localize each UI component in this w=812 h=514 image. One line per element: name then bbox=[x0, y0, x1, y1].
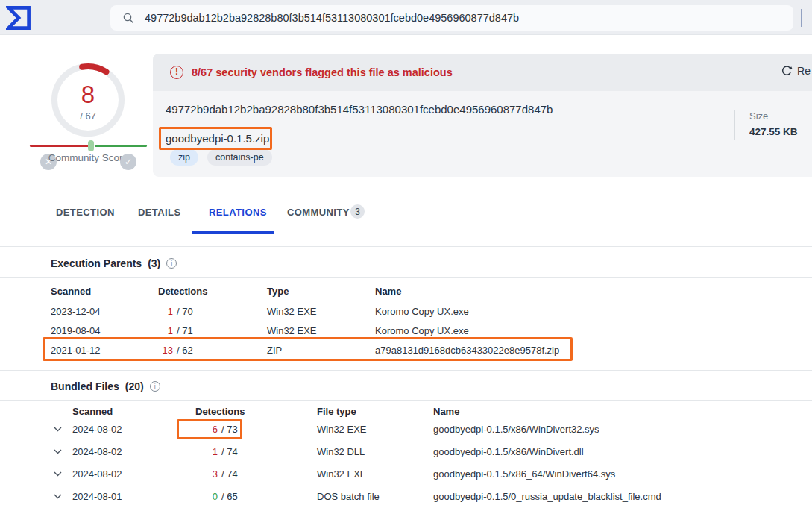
search-value[interactable]: 49772b9dab12b2ba92828b80f3b514f531130803… bbox=[145, 12, 519, 24]
top-bar: 49772b9dab12b2ba92828b80f3b514f531130803… bbox=[0, 0, 812, 35]
size-label: Size bbox=[749, 110, 768, 122]
file-name[interactable]: goodbyedpi-0.1.5.zip bbox=[166, 132, 269, 145]
cell-scanned: 2024-08-02 bbox=[72, 424, 195, 435]
col-name: Name bbox=[433, 406, 812, 417]
execution-parents-header: Execution Parents (3) i bbox=[51, 257, 177, 269]
divider bbox=[0, 246, 812, 247]
chevron-down-icon[interactable] bbox=[54, 449, 62, 454]
search-icon bbox=[122, 12, 134, 24]
score-total: / 67 bbox=[49, 110, 127, 122]
slider-positive-track bbox=[95, 145, 147, 147]
cell-scanned: 2024-08-02 bbox=[72, 446, 195, 457]
tab-details[interactable]: DETAILS bbox=[138, 207, 180, 218]
cell-type: Win32 EXE bbox=[267, 306, 375, 317]
chevron-down-icon[interactable] bbox=[54, 471, 62, 477]
tag-contains-pe[interactable]: contains-pe bbox=[207, 149, 272, 166]
table-row[interactable]: 2023-12-04 1/ 70 Win32 EXE Koromo Copy U… bbox=[51, 301, 812, 321]
cell-detections: 13/ 62 bbox=[158, 345, 267, 356]
cell-name[interactable]: goodbyedpi-0.1.5/0_russia_update_blackli… bbox=[433, 491, 812, 502]
cell-detections: 3/ 74 bbox=[195, 468, 317, 480]
tag-list: zip contains-pe bbox=[170, 149, 272, 166]
malicious-banner: ! 8/67 security vendors flagged this fil… bbox=[153, 54, 812, 91]
community-score-slider bbox=[30, 140, 147, 151]
col-type: Type bbox=[267, 286, 375, 297]
tag-zip[interactable]: zip bbox=[170, 149, 198, 166]
cell-detections: 1/ 71 bbox=[158, 325, 267, 336]
bundled-files-header: Bundled Files (20) i bbox=[51, 380, 160, 392]
cell-type: ZIP bbox=[267, 345, 375, 356]
table-row[interactable]: 2024-08-02 3/ 74 Win32 EXE goodbyedpi-0.… bbox=[51, 463, 812, 485]
table-row[interactable]: 2019-08-04 1/ 71 Win32 EXE Koromo Copy U… bbox=[51, 321, 812, 340]
cell-name[interactable]: goodbyedpi-0.1.5/x86/WinDivert.dll bbox=[433, 446, 812, 457]
cell-name[interactable]: Koromo Copy UX.exe bbox=[375, 325, 812, 336]
slider-negative-track bbox=[30, 145, 89, 147]
reanalyze-label: Re bbox=[797, 65, 811, 77]
cell-file-type: Win32 EXE bbox=[317, 424, 433, 435]
divider bbox=[0, 400, 812, 401]
col-file-type: File type bbox=[317, 406, 433, 417]
section-title: Bundled Files bbox=[51, 380, 119, 392]
bundled-files-column-headers: Scanned Detections File type Name bbox=[51, 405, 812, 417]
divider bbox=[0, 234, 812, 234]
section-count: (3) bbox=[148, 257, 160, 269]
alert-icon: ! bbox=[170, 66, 183, 79]
reanalyze-button[interactable]: Re bbox=[781, 65, 811, 77]
info-icon[interactable]: i bbox=[166, 258, 177, 269]
col-detections: Detections bbox=[195, 406, 317, 417]
slider-thumb bbox=[88, 140, 94, 151]
cell-name[interactable]: a79a8131d9168dcb63433022e8e9578f.zip bbox=[375, 345, 812, 356]
cell-scanned: 2021-01-12 bbox=[51, 345, 158, 356]
divider bbox=[734, 110, 735, 140]
chevron-down-icon[interactable] bbox=[54, 427, 62, 432]
banner-text: 8/67 security vendors flagged this file … bbox=[192, 66, 453, 78]
virustotal-logo-icon[interactable] bbox=[6, 5, 31, 31]
cell-scanned: 2024-08-01 bbox=[72, 491, 195, 502]
cell-file-type: Win32 DLL bbox=[317, 446, 433, 457]
col-detections: Detections bbox=[158, 286, 267, 297]
cell-detections: 1/ 70 bbox=[158, 306, 267, 317]
cell-name[interactable]: goodbyedpi-0.1.5/x86_64/WinDivert64.sys bbox=[433, 468, 812, 480]
divider bbox=[808, 110, 808, 140]
table-row[interactable]: 2024-08-02 6/ 73 Win32 EXE goodbyedpi-0.… bbox=[51, 418, 812, 440]
divider bbox=[0, 277, 812, 278]
detection-score-gauge: 8 / 67 bbox=[49, 61, 127, 139]
tab-detection[interactable]: DETECTION bbox=[56, 207, 115, 218]
table-row[interactable]: 2021-01-12 13/ 62 ZIP a79a8131d9168dcb63… bbox=[51, 340, 812, 360]
size-value: 427.55 KB bbox=[749, 126, 798, 137]
execution-parents-column-headers: Scanned Detections Type Name bbox=[51, 284, 812, 298]
cell-scanned: 2024-08-02 bbox=[72, 468, 195, 480]
score-value: 8 bbox=[49, 81, 127, 109]
chevron-down-icon[interactable] bbox=[54, 494, 62, 499]
cell-scanned: 2023-12-04 bbox=[51, 306, 158, 317]
upvote-icon[interactable]: ✓ bbox=[120, 154, 136, 170]
col-scanned: Scanned bbox=[51, 286, 158, 297]
cell-type: Win32 EXE bbox=[267, 325, 375, 336]
search-input[interactable]: 49772b9dab12b2ba92828b80f3b514f531130803… bbox=[110, 5, 793, 31]
refresh-icon bbox=[781, 65, 793, 77]
divider bbox=[0, 370, 812, 371]
cell-detections: 6/ 73 bbox=[195, 424, 317, 435]
cell-name[interactable]: goodbyedpi-0.1.5/x86/WinDivert32.sys bbox=[433, 424, 812, 435]
cell-detections: 1/ 74 bbox=[195, 446, 317, 457]
tab-relations[interactable]: RELATIONS bbox=[209, 207, 267, 218]
cell-detections: 0/ 65 bbox=[195, 491, 317, 502]
topbar-edge-divider bbox=[801, 9, 802, 27]
file-summary-card: ! 8/67 security vendors flagged this fil… bbox=[153, 54, 812, 177]
cell-scanned: 2019-08-04 bbox=[51, 325, 158, 336]
col-name: Name bbox=[375, 286, 812, 297]
info-icon[interactable]: i bbox=[150, 381, 160, 392]
tab-community[interactable]: COMMUNITY bbox=[287, 207, 350, 218]
table-row[interactable]: 2024-08-01 0/ 65 DOS batch file goodbyed… bbox=[51, 485, 812, 507]
cell-name[interactable]: Koromo Copy UX.exe bbox=[375, 306, 812, 317]
section-title: Execution Parents bbox=[51, 257, 142, 269]
cell-file-type: Win32 EXE bbox=[317, 468, 433, 480]
col-scanned: Scanned bbox=[72, 406, 195, 417]
community-count-badge: 3 bbox=[350, 204, 365, 219]
section-count: (20) bbox=[125, 380, 144, 392]
cell-file-type: DOS batch file bbox=[317, 491, 433, 502]
file-hash[interactable]: 49772b9dab12b2ba92828b80f3b514f531130803… bbox=[166, 103, 553, 116]
table-row[interactable]: 2024-08-02 1/ 74 Win32 DLL goodbyedpi-0.… bbox=[51, 440, 812, 463]
